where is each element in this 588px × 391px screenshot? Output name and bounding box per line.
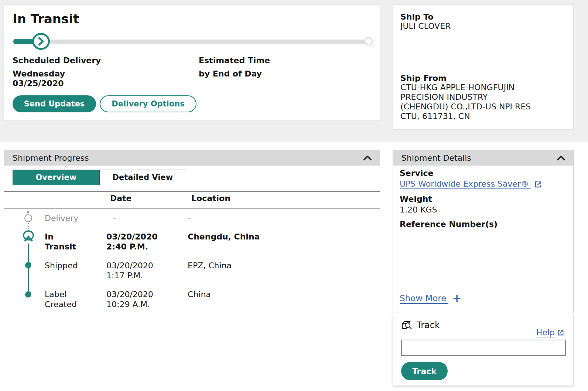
timeline-connector <box>28 244 29 262</box>
plus-icon: + <box>452 294 461 303</box>
external-link-icon <box>534 180 542 188</box>
show-more-link[interactable]: Show More <box>400 293 448 304</box>
ship-to-name: JULI CLOVER <box>400 21 451 31</box>
row-location: Chengdu, China <box>188 232 376 242</box>
timeline-connector <box>28 268 29 291</box>
ship-to-label: Ship To <box>400 12 451 21</box>
shipment-details-header: Shipment Details <box>393 150 573 166</box>
estimated-time-value: by End of Day <box>199 69 262 79</box>
service-link[interactable]: UPS Worldwide Express Saver® <box>400 179 531 189</box>
help-link[interactable]: Help <box>536 328 555 337</box>
row-time-value: 2:40 P.M. <box>106 242 188 252</box>
scheduled-delivery-day: Wednesday <box>13 69 65 79</box>
row-status: Shipped <box>45 261 85 271</box>
chevron-right-icon <box>37 37 45 46</box>
reference-label: Reference Number(s) <box>400 220 498 229</box>
show-more-row: Show More + <box>400 293 462 304</box>
scheduled-delivery-label: Scheduled Delivery <box>13 56 101 65</box>
shipment-details-title: Shipment Details <box>401 153 471 163</box>
row-date-value: 03/20/2020 <box>106 289 188 299</box>
ship-to-block: Ship To JULI CLOVER <box>400 12 451 31</box>
status-actions: Send Updates Delivery Options <box>13 95 196 112</box>
row-status: In Transit <box>45 232 85 252</box>
timeline-current-location-icon <box>22 230 35 244</box>
progress-bar-end-knob <box>365 37 373 45</box>
addresses-card: Ship To JULI CLOVER Ship From CTU-HKG AP… <box>393 4 574 130</box>
help-row: Help <box>536 328 564 337</box>
track-widget-heading: Track <box>401 320 440 331</box>
timeline-done-dot-icon <box>25 291 31 298</box>
column-header-location: Location <box>191 194 230 203</box>
collapse-chevron-icon[interactable] <box>555 153 567 162</box>
row-time-value: 10:29 A.M. <box>106 299 188 309</box>
reference-block: Reference Number(s) <box>400 220 498 229</box>
external-link-icon <box>557 329 564 336</box>
progress-bar-track <box>13 40 372 44</box>
column-header-date: Date <box>110 194 132 203</box>
row-location: China <box>188 289 376 299</box>
tab-detailed-view[interactable]: Detailed View <box>99 170 186 185</box>
service-block: Service UPS Worldwide Express Saver® <box>400 169 542 189</box>
status-card: In Transit Scheduled Delivery Wednesday … <box>4 4 380 120</box>
timeline-done-dot-icon <box>25 262 31 268</box>
delivery-options-button[interactable]: Delivery Options <box>100 95 196 112</box>
row-date-value: 03/20/2020 <box>106 261 188 271</box>
row-date: 03/20/2020 2:40 P.M. <box>106 232 188 252</box>
progress-rows: Delivery - - In Transit 03/20/2020 2:40 … <box>4 211 380 316</box>
send-updates-button[interactable]: Send Updates <box>13 95 96 112</box>
ship-from-line: PRECISION INDUSTRY <box>400 92 531 102</box>
timeline-dot <box>27 211 29 213</box>
row-date: 03/20/2020 10:29 A.M. <box>106 289 188 309</box>
estimated-time-label: Estimated Time <box>199 56 270 65</box>
package-search-icon <box>401 320 413 331</box>
row-date-value: 03/20/2020 <box>106 232 188 242</box>
timeline-future-ring-icon <box>24 214 32 222</box>
shipment-details-card: Shipment Details Service UPS Worldwide E… <box>393 150 574 313</box>
ship-from-label: Ship From <box>400 74 531 83</box>
shipment-progress-card: Shipment Progress Overview Detailed View… <box>4 150 380 317</box>
row-date: - <box>106 213 188 223</box>
weight-label: Weight <box>400 194 437 204</box>
ship-from-line: CTU, 611731, CN <box>400 112 531 121</box>
tracking-number-input[interactable] <box>401 340 566 356</box>
ship-from-block: Ship From CTU-HKG APPLE-HONGFUJIN PRECIS… <box>400 74 531 121</box>
shipment-progress-header: Shipment Progress <box>4 150 380 166</box>
row-status: Label Created <box>45 289 85 309</box>
table-rule <box>4 191 380 192</box>
weight-value: 1.20 KGS <box>400 205 437 214</box>
service-label: Service <box>400 169 542 178</box>
view-tabs: Overview Detailed View <box>13 170 186 185</box>
weight-block: Weight 1.20 KGS <box>400 194 437 214</box>
track-button[interactable]: Track <box>401 362 448 380</box>
row-location: EPZ, China <box>188 261 376 271</box>
ups-tracking-page: In Transit Scheduled Delivery Wednesday … <box>0 0 588 391</box>
row-status: Delivery <box>45 213 85 223</box>
tab-overview[interactable]: Overview <box>13 170 99 185</box>
track-widget-title: Track <box>417 320 440 330</box>
status-title: In Transit <box>13 11 79 26</box>
ship-from-line: (CHENGDU) CO.,LTD-US NPI RES <box>400 102 531 112</box>
ship-from-line: CTU-HKG APPLE-HONGFUJIN <box>400 83 531 92</box>
table-rule <box>4 208 380 209</box>
address-divider <box>400 68 566 68</box>
shipment-progress-title: Shipment Progress <box>13 153 89 163</box>
scheduled-delivery-date: 03/25/2020 <box>13 79 64 88</box>
row-date: 03/20/2020 1:17 P.M. <box>106 261 188 280</box>
track-widget-card: Track Help Track <box>393 315 574 386</box>
row-location: - <box>188 213 376 223</box>
progress-marker <box>32 33 50 50</box>
collapse-chevron-icon[interactable] <box>362 153 373 162</box>
row-time-value: 1:17 P.M. <box>106 271 188 280</box>
